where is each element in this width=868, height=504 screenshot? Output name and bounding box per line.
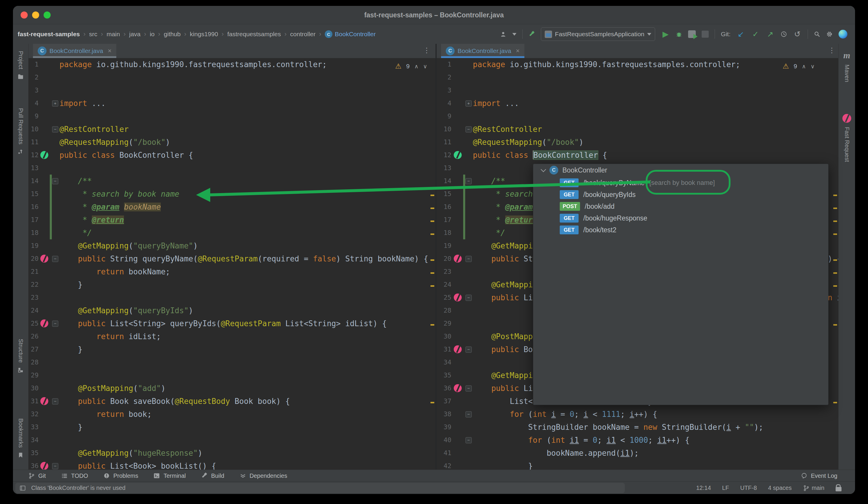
code-line[interactable]: 27 } xyxy=(29,343,435,356)
fast-request-gutter-icon[interactable] xyxy=(40,462,48,470)
fold-marker-icon[interactable]: − xyxy=(52,126,58,133)
fold-marker-icon[interactable]: − xyxy=(465,437,472,443)
sidebar-item-bookmarks[interactable]: Bookmarks xyxy=(13,418,28,459)
code-line[interactable]: 17 * @return xyxy=(29,214,435,226)
code-line[interactable]: 3 xyxy=(437,84,838,97)
plugin-sphere-icon[interactable] xyxy=(839,30,847,39)
run-configuration-select[interactable]: FastRequestSamplesApplication xyxy=(541,27,655,41)
git-commit-icon[interactable]: ✓ xyxy=(751,30,760,39)
search-icon[interactable] xyxy=(814,31,820,38)
code-line[interactable]: 12public class BookController { xyxy=(437,149,838,162)
inspection-widget[interactable]: ⚠ 9 ∧ ∨ xyxy=(783,60,815,72)
fold-marker-icon[interactable]: − xyxy=(465,295,472,301)
rollback-icon[interactable]: ↺ xyxy=(793,30,802,39)
code-line[interactable]: 2 xyxy=(29,71,435,84)
endpoint-item[interactable]: GET/book/queryByIds xyxy=(533,189,828,200)
popup-class-row[interactable]: C BookController xyxy=(533,164,607,176)
code-line[interactable]: 39 StringBuilder bookName = new StringBu… xyxy=(437,421,838,434)
warning-stripe-mark[interactable] xyxy=(431,285,434,287)
next-warning-icon[interactable]: ∨ xyxy=(810,63,815,70)
tab-options-kebab-icon[interactable]: ⋮ xyxy=(828,46,835,54)
fold-marker-icon[interactable]: − xyxy=(52,398,58,404)
fast-request-gutter-icon[interactable] xyxy=(454,345,462,353)
code-line[interactable]: 41 bookName.append(i1); xyxy=(437,446,838,460)
code-line[interactable]: 19 @GetMapping("queryByName") xyxy=(29,239,435,252)
code-line[interactable]: 16 * @param bookName xyxy=(29,200,435,214)
code-line[interactable]: 9 xyxy=(437,110,838,123)
code-line[interactable]: 1package io.github.kings1990.fastrequest… xyxy=(29,58,435,71)
fast-request-gutter-icon[interactable] xyxy=(454,255,462,263)
code-line[interactable]: 20− public String queryByName(@RequestPa… xyxy=(29,252,435,265)
warning-stripe-mark[interactable] xyxy=(431,220,434,222)
code-line[interactable]: 22 } xyxy=(29,278,435,291)
breadcrumb-item[interactable]: controller xyxy=(290,31,316,38)
code-line[interactable]: 26 return idList; xyxy=(29,330,435,343)
warning-stripe-mark[interactable] xyxy=(431,272,434,274)
breadcrumb-item[interactable]: kings1990 xyxy=(190,31,218,38)
stop-button[interactable] xyxy=(702,31,709,38)
warning-stripe-mark[interactable] xyxy=(431,324,434,326)
indent-setting[interactable]: 4 spaces xyxy=(768,485,792,491)
code-line[interactable]: 18 */ xyxy=(29,226,435,239)
code-editor[interactable]: 1package io.github.kings1990.fastrequest… xyxy=(29,58,435,470)
code-line[interactable]: 28 xyxy=(29,356,435,369)
breadcrumb-item[interactable]: github xyxy=(164,31,180,38)
warning-stripe-mark[interactable] xyxy=(431,195,434,196)
toolwindow-problems[interactable]: Problems xyxy=(103,473,138,479)
code-line[interactable]: 21 return bookName; xyxy=(29,265,435,278)
breadcrumb-item[interactable]: io xyxy=(150,31,155,38)
sidebar-item-fast-request[interactable]: Fast Request xyxy=(839,114,855,162)
code-line[interactable]: 4+import ... xyxy=(29,97,435,110)
code-line[interactable]: 29 xyxy=(29,369,435,382)
caret-position[interactable]: 12:14 xyxy=(696,485,711,491)
fold-marker-icon[interactable]: + xyxy=(52,100,58,106)
fast-request-gutter-icon[interactable] xyxy=(454,294,462,301)
code-line[interactable]: 30 @PostMapping("add") xyxy=(29,382,435,395)
code-line[interactable]: 12public class BookController { xyxy=(29,149,435,162)
editor-tab[interactable]: C BookController.java × xyxy=(33,44,116,58)
build-hammer-icon[interactable] xyxy=(528,31,535,38)
code-line[interactable]: 10−@RestController xyxy=(29,123,435,136)
fold-marker-icon[interactable]: − xyxy=(465,411,472,418)
warning-stripe-mark[interactable] xyxy=(833,195,837,196)
code-line[interactable]: 31− public Book saveBook(@RequestBody Bo… xyxy=(29,395,435,408)
warning-stripe-mark[interactable] xyxy=(833,207,837,209)
endpoint-item[interactable]: POST/book/add xyxy=(533,200,828,212)
toolwindow-build[interactable]: Build xyxy=(201,473,224,479)
next-warning-icon[interactable]: ∨ xyxy=(423,63,427,70)
history-icon[interactable] xyxy=(781,31,787,38)
code-line[interactable]: 10−@RestController xyxy=(437,123,838,136)
run-button[interactable]: ▶ xyxy=(661,30,670,39)
code-line[interactable]: 9 xyxy=(29,110,435,123)
prev-warning-icon[interactable]: ∧ xyxy=(802,63,806,70)
sidebar-item-maven[interactable]: m Maven xyxy=(839,50,855,82)
line-separator[interactable]: LF xyxy=(722,485,729,491)
toolwindow-event-log[interactable]: Event Log xyxy=(801,473,855,479)
file-encoding[interactable]: UTF-8 xyxy=(740,485,757,491)
breadcrumb-item[interactable]: main xyxy=(106,31,120,38)
code-line[interactable]: 42 } xyxy=(437,460,838,470)
fold-marker-icon[interactable]: − xyxy=(52,463,58,469)
debug-button[interactable] xyxy=(676,31,682,38)
endpoint-item[interactable]: GET/book/hugeResponse xyxy=(533,212,828,224)
fold-marker-icon[interactable]: − xyxy=(465,256,472,262)
tab-close-icon[interactable]: × xyxy=(516,47,520,55)
sidebar-item-pull-requests[interactable]: Pull Requests xyxy=(13,108,28,155)
panel-toggle-icon[interactable] xyxy=(19,485,26,491)
prev-warning-icon[interactable]: ∧ xyxy=(414,63,418,70)
fold-marker-icon[interactable]: − xyxy=(52,321,58,327)
git-push-icon[interactable]: ↗ xyxy=(766,30,775,39)
warning-stripe-mark[interactable] xyxy=(833,234,837,235)
toolwindow-terminal[interactable]: Terminal xyxy=(153,473,186,479)
code-line[interactable]: 24 @GetMapping("queryByIds") xyxy=(29,304,435,317)
tab-close-icon[interactable]: × xyxy=(108,47,112,55)
fold-marker-icon[interactable]: − xyxy=(465,347,472,353)
fast-request-gutter-icon[interactable] xyxy=(40,151,48,159)
warning-stripe-mark[interactable] xyxy=(833,285,837,287)
sidebar-item-project[interactable]: Project xyxy=(13,51,28,80)
code-line[interactable]: 2 xyxy=(437,71,838,84)
code-line[interactable]: 3 xyxy=(29,84,435,97)
user-dropdown-icon[interactable] xyxy=(512,33,516,35)
breadcrumb-item[interactable]: fastrequestsamples xyxy=(227,31,281,38)
code-line[interactable]: 40− for (int i1 = 0; i1 < 1000; i1++) { xyxy=(437,434,838,446)
